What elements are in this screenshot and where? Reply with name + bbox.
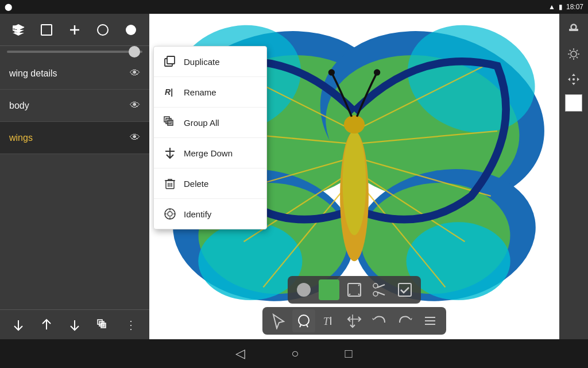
- menu-item-duplicate[interactable]: Duplicate: [154, 47, 266, 77]
- layers-list: wing details 👁 body 👁 wings 👁: [0, 57, 149, 309]
- move-layer-down-button[interactable]: [65, 316, 84, 334]
- layer-name-body: body: [9, 101, 29, 111]
- svg-line-68: [377, 285, 385, 288]
- redo-button[interactable]: [393, 309, 416, 332]
- lasso-tool-button[interactable]: [292, 309, 315, 332]
- svg-rect-70: [399, 283, 411, 296]
- slider-thumb[interactable]: [129, 46, 140, 57]
- right-panel: [559, 14, 588, 339]
- settings-gear-button[interactable]: [563, 44, 584, 64]
- svg-rect-40: [168, 120, 173, 125]
- time-display: 18:07: [566, 3, 583, 11]
- home-button[interactable]: ○: [291, 346, 299, 361]
- svg-point-33: [328, 69, 335, 75]
- svg-point-4: [126, 25, 136, 35]
- svg-line-63: [358, 285, 359, 286]
- list-button[interactable]: [419, 309, 442, 332]
- layers-tool[interactable]: [9, 21, 28, 39]
- scissors-button[interactable]: [368, 278, 391, 301]
- layer-item-wings[interactable]: wings 👁: [0, 122, 149, 154]
- svg-point-58: [571, 25, 576, 29]
- duplicate-icon: [163, 55, 177, 68]
- status-left: ⬤: [5, 3, 12, 11]
- top-tool-row: [288, 276, 421, 304]
- delete-icon: [163, 177, 177, 190]
- stamp-button[interactable]: [563, 18, 584, 39]
- menu-label-group-all: Group All: [184, 118, 219, 128]
- cut-select-button[interactable]: [343, 278, 366, 301]
- layer-name-wing-details: wing details: [9, 68, 57, 79]
- layer-item-wing-details[interactable]: wing details 👁: [0, 57, 149, 90]
- menu-label-duplicate: Duplicate: [184, 57, 220, 67]
- svg-rect-7: [101, 323, 106, 328]
- svg-text:R|: R|: [165, 87, 173, 97]
- svg-point-32: [344, 116, 365, 134]
- toolbar-top: [0, 14, 149, 46]
- layer-item-body[interactable]: body 👁: [0, 90, 149, 122]
- layer-name-wings: wings: [9, 133, 33, 143]
- svg-rect-36: [167, 56, 175, 64]
- checkmark-button[interactable]: [393, 278, 416, 301]
- svg-point-3: [98, 25, 108, 35]
- color-white-swatch[interactable]: [565, 94, 582, 112]
- svg-rect-55: [546, 29, 551, 34]
- color-swatch-green[interactable]: [318, 278, 341, 301]
- identify-icon: [163, 207, 177, 221]
- menu-label-identify: Identify: [184, 209, 211, 219]
- menu-label-rename: Rename: [184, 87, 216, 97]
- merge-icon: [163, 146, 177, 160]
- svg-point-31: [343, 131, 366, 235]
- svg-point-66: [373, 283, 378, 288]
- svg-point-61: [297, 283, 311, 297]
- slider-row[interactable]: [0, 46, 149, 57]
- context-menu: Duplicate R| Rename Group All Merge Down: [153, 46, 267, 229]
- menu-label-merge-down: Merge Down: [184, 148, 233, 158]
- menu-item-identify[interactable]: Identify: [154, 199, 266, 229]
- move-down-button[interactable]: [9, 316, 28, 334]
- menu-item-rename[interactable]: R| Rename: [154, 77, 266, 108]
- grid-view-button[interactable]: [531, 14, 559, 43]
- bottom-nav: ◁ ○ □: [0, 339, 588, 368]
- svg-point-67: [373, 292, 378, 296]
- svg-point-71: [299, 315, 309, 325]
- svg-point-34: [374, 69, 380, 75]
- svg-rect-2: [41, 25, 52, 35]
- visibility-icon-wing-details[interactable]: 👁: [130, 67, 140, 79]
- bottom-tool-row: T: [262, 307, 446, 335]
- more-options-button[interactable]: ⋮: [122, 316, 140, 334]
- visibility-icon-wings[interactable]: 👁: [130, 132, 140, 144]
- move-tool-button[interactable]: [563, 69, 584, 90]
- status-bar: ⬤ ▲ ▮ 18:07: [0, 0, 588, 14]
- circle-tool[interactable]: [94, 21, 112, 39]
- recents-button[interactable]: □: [345, 346, 353, 361]
- add-tool[interactable]: [65, 21, 84, 39]
- svg-line-69: [377, 292, 385, 295]
- layer-actions: ⋮: [0, 309, 149, 339]
- bottom-toolbar: T: [149, 284, 559, 339]
- rename-icon: R|: [163, 85, 177, 99]
- menu-item-group-all[interactable]: Group All: [154, 108, 266, 138]
- svg-rect-54: [539, 29, 544, 34]
- menu-item-merge-down[interactable]: Merge Down: [154, 138, 266, 168]
- back-button[interactable]: ◁: [235, 346, 245, 361]
- battery-icon: ▮: [559, 3, 563, 11]
- svg-rect-52: [539, 22, 544, 27]
- status-right: ▲ ▮ 18:07: [548, 3, 583, 11]
- svg-point-47: [168, 212, 172, 216]
- circle-select-button[interactable]: [292, 278, 315, 301]
- select-tool-button[interactable]: [267, 309, 290, 332]
- move-up-button[interactable]: [37, 316, 56, 334]
- svg-rect-53: [546, 22, 551, 27]
- svg-point-59: [571, 51, 577, 57]
- transform-button[interactable]: [343, 309, 366, 332]
- android-icon: ⬤: [5, 3, 12, 11]
- rect-tool[interactable]: [37, 21, 56, 39]
- menu-item-delete[interactable]: Delete: [154, 168, 266, 199]
- menu-label-delete: Delete: [184, 179, 208, 189]
- visibility-icon-body[interactable]: 👁: [130, 99, 140, 112]
- undo-button[interactable]: [368, 309, 391, 332]
- brush-size-slider[interactable]: [7, 51, 142, 53]
- brush-tool[interactable]: [122, 21, 140, 39]
- text-tool-button[interactable]: T: [318, 309, 341, 332]
- merge-layers-button[interactable]: [94, 316, 112, 334]
